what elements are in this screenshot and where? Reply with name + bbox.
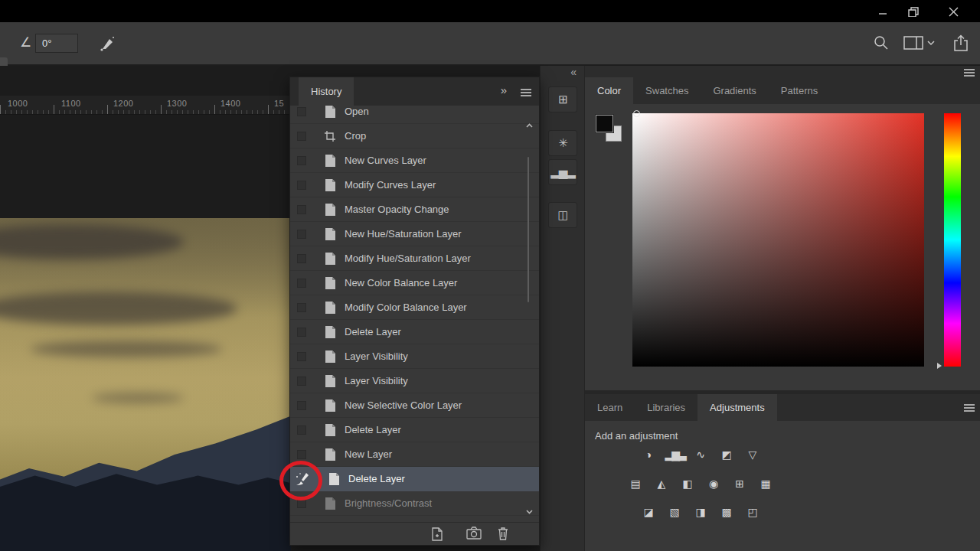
black-and-white-icon[interactable]: ◧ <box>678 477 696 491</box>
vibrance-icon[interactable]: ▽ <box>743 448 761 461</box>
history-state[interactable]: Open <box>290 106 539 124</box>
close-button[interactable] <box>942 4 965 19</box>
history-state[interactable]: Modify Color Balance Layer <box>290 295 539 320</box>
add-adjustment-heading: Add an adjustment <box>595 430 678 442</box>
color-picker-ring[interactable] <box>633 110 640 117</box>
history-state-label: Brightness/Contrast <box>345 497 432 509</box>
tab-learn[interactable]: Learn <box>585 394 635 421</box>
history-brush-well[interactable] <box>297 401 306 410</box>
restore-button[interactable] <box>902 4 925 19</box>
history-state[interactable]: New Curves Layer <box>290 148 539 173</box>
history-panel: History » Open Crop <box>289 77 540 546</box>
history-brush-well[interactable] <box>297 132 306 141</box>
foreground-color-swatch[interactable] <box>596 115 613 132</box>
posterize-icon[interactable]: ▧ <box>665 505 683 519</box>
color-lookup-icon[interactable]: ▦ <box>756 477 774 491</box>
history-brush-well[interactable] <box>297 450 306 459</box>
history-state[interactable]: Delete Layer <box>290 418 539 442</box>
angle-input[interactable]: 0° <box>35 34 78 53</box>
tab-history[interactable]: History <box>299 77 354 106</box>
histogram-panel-icon[interactable]: ▂▅▂ <box>548 159 577 185</box>
history-brush-well[interactable] <box>297 425 306 435</box>
brushes-panel-icon[interactable]: ⊞ <box>548 86 577 112</box>
photo-filter-icon[interactable]: ◉ <box>704 477 722 491</box>
history-state[interactable]: New Color Balance Layer <box>290 271 539 295</box>
history-state[interactable]: New Selective Color Layer <box>290 393 539 418</box>
share-button[interactable] <box>952 34 969 56</box>
history-state[interactable]: Crop <box>290 124 539 148</box>
history-brush-well[interactable] <box>297 377 306 386</box>
history-brush-well[interactable] <box>297 303 306 312</box>
search-button[interactable] <box>873 34 890 54</box>
tab-patterns[interactable]: Patterns <box>769 77 830 104</box>
color-balance-icon[interactable]: ◭ <box>652 477 670 491</box>
history-brush-well[interactable] <box>297 107 306 116</box>
invert-icon[interactable]: ◪ <box>639 505 657 519</box>
delete-state-button[interactable] <box>497 527 514 542</box>
history-brush-well[interactable] <box>297 499 306 508</box>
hue-slider-marker[interactable] <box>937 363 942 369</box>
history-brush-well[interactable] <box>297 279 306 288</box>
tab-libraries[interactable]: Libraries <box>635 394 697 421</box>
workspace-switcher[interactable] <box>903 34 936 54</box>
collapse-panel-icon[interactable]: » <box>501 83 507 96</box>
history-state-label: Modify Hue/Saturation Layer <box>345 253 471 264</box>
minimize-icon <box>878 7 887 16</box>
angle-icon: ∠ <box>20 34 31 51</box>
history-brush-well[interactable] <box>297 352 306 361</box>
document-state-icon <box>323 202 337 217</box>
tab-gradients[interactable]: Gradients <box>701 77 768 104</box>
history-menu-icon[interactable] <box>521 87 531 98</box>
history-state[interactable]: New Layer <box>290 442 539 467</box>
history-brush-well[interactable] <box>297 205 306 214</box>
expand-panels-icon[interactable]: « <box>570 66 577 78</box>
minimize-button[interactable] <box>871 4 894 19</box>
selective-color-icon[interactable]: ◰ <box>743 505 761 519</box>
hue-slider[interactable] <box>944 113 961 367</box>
history-brush-well[interactable] <box>297 181 306 190</box>
new-document-from-state-button[interactable] <box>431 527 448 542</box>
saturation-brightness-field[interactable] <box>632 113 924 367</box>
hue-saturation-icon[interactable]: ▤ <box>626 477 644 491</box>
tab-color[interactable]: Color <box>585 77 633 104</box>
history-state-label: New Curves Layer <box>345 155 426 166</box>
channel-mixer-icon[interactable]: ⊞ <box>730 477 748 491</box>
airbrush-toggle[interactable] <box>96 34 116 54</box>
new-snapshot-button[interactable] <box>466 527 483 542</box>
history-brush-well[interactable] <box>297 254 306 263</box>
panel-menu-icon[interactable] <box>964 403 975 413</box>
history-state[interactable]: Modify Hue/Saturation Layer <box>290 246 539 271</box>
scroll-up-icon[interactable] <box>526 119 533 126</box>
history-state[interactable]: Delete Layer <box>290 320 539 344</box>
history-state-label: Delete Layer <box>345 326 401 337</box>
brightness-contrast-icon[interactable]: ◑ <box>639 448 657 461</box>
tab-adjustments[interactable]: Adjustments <box>697 394 777 421</box>
panel-menu-icon[interactable] <box>964 67 975 78</box>
history-state[interactable]: New Hue/Saturation Layer <box>290 222 539 246</box>
horizontal-ruler[interactable]: 1000 1100 1200 1300 1400 15 <box>0 96 291 115</box>
gradient-map-icon[interactable]: ▩ <box>717 505 735 519</box>
history-brush-well[interactable] <box>297 328 306 337</box>
scroll-down-icon[interactable] <box>526 504 533 511</box>
ruler-label: 1100 <box>61 99 81 108</box>
exposure-icon[interactable]: ◩ <box>717 448 735 461</box>
history-state-undone[interactable]: Brightness/Contrast <box>290 491 539 516</box>
history-state[interactable]: Master Opacity Change <box>290 197 539 222</box>
curves-icon[interactable]: ∿ <box>691 448 709 461</box>
history-state[interactable]: Layer Visibility <box>290 369 539 393</box>
ruler-label: 15 <box>274 99 284 108</box>
tab-swatches[interactable]: Swatches <box>633 77 701 104</box>
history-state-label: New Selective Color Layer <box>345 399 462 411</box>
levels-icon[interactable]: ▂▆▃ <box>665 448 683 461</box>
threshold-icon[interactable]: ◨ <box>691 505 709 519</box>
history-brush-well[interactable] <box>297 230 306 239</box>
layer-comps-panel-icon[interactable]: ◫ <box>548 202 577 228</box>
history-state[interactable]: Layer Visibility <box>290 344 539 369</box>
history-state-selected[interactable]: Delete Layer <box>290 467 539 491</box>
brush-settings-panel-icon[interactable]: ✳ <box>548 130 577 156</box>
history-state[interactable]: Modify Curves Layer <box>290 173 539 197</box>
history-scrollbar-thumb[interactable] <box>528 157 529 302</box>
workspace-icon <box>903 34 936 51</box>
history-brush-source-icon[interactable] <box>293 471 310 487</box>
history-brush-well[interactable] <box>297 156 306 165</box>
